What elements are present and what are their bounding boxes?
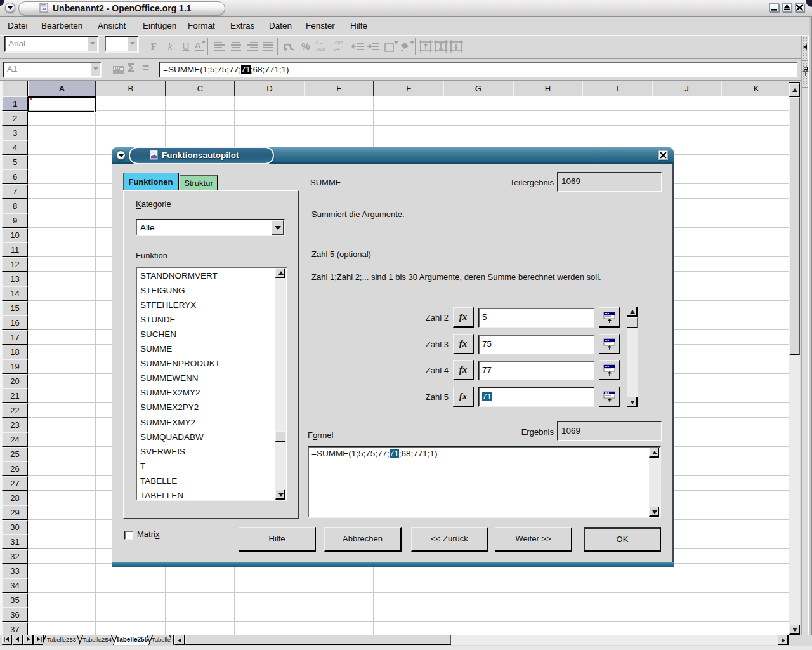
argument-scroll-thumb[interactable] xyxy=(627,317,638,328)
row-header-18[interactable]: 18 xyxy=(2,345,28,359)
row-header-10[interactable]: 10 xyxy=(2,228,28,242)
row-header-22[interactable]: 22 xyxy=(2,403,28,418)
formula-scrollbar[interactable] xyxy=(649,448,660,517)
formula-textarea[interactable]: =SUMME(1;5;75;77;71;68;771;1) xyxy=(308,446,661,518)
row-header-25[interactable]: 25 xyxy=(2,447,28,461)
column-header-j[interactable]: J xyxy=(652,81,722,96)
align-bottom-icon[interactable] xyxy=(448,39,464,54)
row-header-8[interactable]: 8 xyxy=(2,199,28,213)
sheet-tab-tabelle254[interactable]: Tabelle254 xyxy=(79,635,115,645)
function-item-summewenn[interactable]: SUMMEWENN xyxy=(138,371,271,385)
function-item-standnormvert[interactable]: STANDNORMVERT xyxy=(138,269,271,283)
column-header-e[interactable]: E xyxy=(304,81,374,96)
function-item-stfehleryx[interactable]: STFEHLERYX xyxy=(138,298,271,312)
menu-extras[interactable]: Extras xyxy=(230,17,254,35)
scroll-up-button[interactable] xyxy=(627,307,638,317)
tab-struktur[interactable]: Struktur xyxy=(180,175,218,191)
column-header-c[interactable]: C xyxy=(166,81,235,96)
row-header-16[interactable]: 16 xyxy=(2,315,28,330)
decrease-indent-icon[interactable] xyxy=(350,39,366,54)
menu-daten[interactable]: Daten xyxy=(269,17,292,35)
italic-icon[interactable]: k xyxy=(162,39,178,54)
scroll-up-button[interactable] xyxy=(649,448,659,458)
horizontal-scroll-thumb[interactable] xyxy=(185,635,451,645)
previous-sheet-button[interactable] xyxy=(13,635,23,645)
ok-button[interactable]: OK xyxy=(584,527,661,552)
row-header-27[interactable]: 27 xyxy=(2,476,28,491)
font-size-combo[interactable] xyxy=(105,36,138,52)
row-header-31[interactable]: 31 xyxy=(2,534,28,549)
fill-handle[interactable] xyxy=(94,110,97,113)
number-add-decimal-icon[interactable]: 0→.000 xyxy=(315,39,331,54)
tab-scrollbar-splitter[interactable] xyxy=(171,635,174,645)
shrink-button[interactable] xyxy=(599,387,620,407)
back-button[interactable]: << Zurück xyxy=(411,527,488,552)
maximize-button[interactable] xyxy=(782,3,792,12)
underline-icon[interactable]: U xyxy=(178,39,193,54)
function-autopilot-icon[interactable] xyxy=(112,63,126,76)
tab-funktionen[interactable]: Funktionen xyxy=(123,173,179,191)
align-center-icon[interactable] xyxy=(228,39,244,54)
background-color-icon[interactable] xyxy=(399,39,416,54)
row-header-2[interactable]: 2 xyxy=(2,111,28,126)
name-box-dropdown-button[interactable] xyxy=(91,63,100,76)
align-left-icon[interactable] xyxy=(212,39,227,54)
row-header-35[interactable]: 35 xyxy=(2,593,28,607)
scroll-left-button[interactable] xyxy=(174,635,185,645)
scroll-down-button[interactable] xyxy=(649,507,659,517)
font-name-dropdown-button[interactable] xyxy=(88,37,97,51)
scroll-down-button[interactable] xyxy=(627,397,638,407)
row-header-9[interactable]: 9 xyxy=(2,213,28,228)
sheet-tab-tabelle255[interactable]: Tabelle255 xyxy=(113,635,151,645)
increase-indent-icon[interactable] xyxy=(365,39,381,54)
row-header-11[interactable]: 11 xyxy=(2,242,28,257)
row-header-37[interactable]: 37 xyxy=(2,622,28,635)
scroll-right-button[interactable] xyxy=(778,635,789,645)
row-header-15[interactable]: 15 xyxy=(2,301,28,315)
function-item-summex2py2[interactable]: SUMMEX2PY2 xyxy=(138,400,271,415)
function-listbox[interactable]: STANDNORMVERTSTEIGUNGSTFEHLERYXSTUNDESUC… xyxy=(136,267,287,501)
menu-format[interactable]: Format xyxy=(188,17,215,35)
function-item-steigung[interactable]: STEIGUNG xyxy=(138,283,271,298)
dialog-titlebar[interactable]: Funktionsautopilot xyxy=(112,147,674,164)
function-item-summexmy2[interactable]: SUMMEXMY2 xyxy=(138,415,271,430)
column-header-h[interactable]: H xyxy=(513,81,583,96)
menu-datei[interactable]: Datei xyxy=(8,17,28,35)
row-header-6[interactable]: 6 xyxy=(2,169,28,184)
row-header-28[interactable]: 28 xyxy=(2,491,28,505)
row-header-3[interactable]: 3 xyxy=(2,126,28,140)
row-header-19[interactable]: 19 xyxy=(2,359,28,374)
argument-input[interactable]: 71 xyxy=(478,387,594,407)
next-sheet-button[interactable] xyxy=(23,635,34,645)
list-scroll-thumb[interactable] xyxy=(275,431,285,442)
number-percent-icon[interactable]: % xyxy=(298,39,313,54)
row-header-14[interactable]: 14 xyxy=(2,286,28,301)
function-item-summenprodukt[interactable]: SUMMENPRODUKT xyxy=(138,356,271,371)
dialog-menu-button[interactable] xyxy=(116,150,126,160)
function-item-t[interactable]: T xyxy=(138,459,271,474)
minimize-button[interactable] xyxy=(769,3,779,12)
function-item-summe[interactable]: SUMME xyxy=(138,342,271,356)
menu-einfuegen[interactable]: Einfügen xyxy=(143,17,176,35)
function-item-sumquadabw[interactable]: SUMQUADABW xyxy=(138,430,271,444)
row-header-23[interactable]: 23 xyxy=(2,418,28,432)
function-icon[interactable]: = xyxy=(142,61,154,74)
row-header-26[interactable]: 26 xyxy=(2,461,28,476)
menu-bearbeiten[interactable]: Bearbeiten xyxy=(41,17,82,35)
row-header-5[interactable]: 5 xyxy=(2,155,28,169)
window-titlebar[interactable]: Unbenannt2 - OpenOffice.org 1.1 xyxy=(0,0,812,17)
function-list-scrollbar[interactable] xyxy=(275,268,286,500)
menu-fenster[interactable]: Fenster xyxy=(306,17,335,35)
pin-icon[interactable] xyxy=(801,67,810,81)
column-header-f[interactable]: F xyxy=(374,81,443,96)
row-header-36[interactable]: 36 xyxy=(2,607,28,622)
function-item-suchen[interactable]: SUCHEN xyxy=(138,327,271,342)
fx-button[interactable]: fx xyxy=(453,360,474,380)
function-item-tabelle[interactable]: TABELLE xyxy=(138,474,271,488)
row-header-24[interactable]: 24 xyxy=(2,432,28,447)
argument-scrollbar[interactable] xyxy=(627,307,638,407)
row-header-13[interactable]: 13 xyxy=(2,272,28,286)
number-currency-icon[interactable] xyxy=(282,39,297,54)
matrix-checkbox[interactable] xyxy=(124,531,133,540)
shrink-button[interactable] xyxy=(599,360,620,380)
